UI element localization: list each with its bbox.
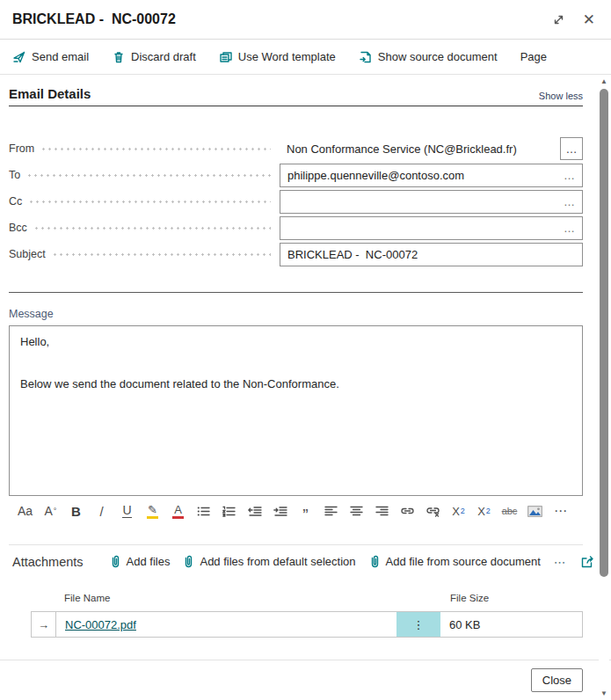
email-details-title: Email Details bbox=[9, 86, 91, 101]
attachment-table-row: → NC-00072.pdf ⋮ 60 KB bbox=[31, 611, 583, 638]
dotted-leader bbox=[26, 174, 271, 177]
show-source-document-button[interactable]: Show source document bbox=[359, 50, 498, 64]
scrollbar-thumb[interactable] bbox=[600, 89, 608, 577]
from-field-row: From Non Conformance Service (NC@Brickle… bbox=[9, 135, 583, 162]
superscript-icon[interactable]: X2 bbox=[446, 499, 471, 523]
decrease-indent-icon[interactable] bbox=[242, 499, 267, 523]
subscript-icon[interactable]: X2 bbox=[471, 499, 497, 523]
message-line-2: Below we send the document related to th… bbox=[20, 377, 571, 390]
use-word-template-button[interactable]: Use Word template bbox=[219, 50, 336, 64]
font-size-icon[interactable]: A° bbox=[38, 499, 63, 523]
row-select-arrow[interactable]: → bbox=[32, 612, 56, 637]
attachments-more-button[interactable]: ⋯ bbox=[554, 555, 567, 569]
dialog-titlebar: BRICKLEAD - NC-00072 ✕ bbox=[0, 0, 611, 40]
strikethrough-icon[interactable]: abc bbox=[497, 499, 522, 523]
attachment-file-link[interactable]: NC-00072.pdf bbox=[65, 618, 136, 631]
command-bar: Send email Discard draft Use Word templa… bbox=[0, 40, 611, 75]
format-toolbar: Aa A° B / U ✎ A bbox=[9, 499, 583, 523]
send-email-label: Send email bbox=[32, 50, 89, 63]
close-x-glyph: ✕ bbox=[583, 12, 595, 27]
email-fields: From Non Conformance Service (NC@Brickle… bbox=[9, 135, 583, 267]
row-options-button[interactable]: ⋮ bbox=[396, 612, 440, 637]
scroll-down-icon[interactable]: ▼ bbox=[599, 689, 609, 697]
word-template-icon bbox=[219, 50, 233, 64]
discard-draft-button[interactable]: Discard draft bbox=[112, 50, 196, 64]
bcc-label: Bcc bbox=[9, 222, 33, 234]
show-less-link[interactable]: Show less bbox=[539, 91, 583, 101]
align-left-icon[interactable] bbox=[318, 499, 344, 523]
paperclip-icon bbox=[110, 555, 121, 568]
dotted-leader bbox=[40, 148, 271, 150]
send-email-icon bbox=[12, 50, 26, 64]
blockquote-icon[interactable]: ” bbox=[293, 499, 318, 523]
from-more-button[interactable]: … bbox=[560, 137, 583, 160]
attachments-title: Attachments bbox=[12, 555, 84, 569]
to-more-button[interactable]: … bbox=[564, 169, 575, 182]
cc-more-button[interactable]: … bbox=[564, 195, 575, 208]
close-dialog-icon[interactable]: ✕ bbox=[583, 12, 595, 27]
insert-image-icon[interactable] bbox=[522, 499, 548, 523]
dotted-leader bbox=[52, 253, 271, 256]
increase-indent-icon[interactable] bbox=[267, 499, 293, 523]
paperclip-icon bbox=[183, 555, 194, 568]
cc-input[interactable]: … bbox=[280, 190, 583, 214]
cc-label: Cc bbox=[9, 195, 28, 208]
add-file-source-document-button[interactable]: Add file from source document bbox=[369, 555, 541, 568]
to-input[interactable]: philippe.quenneville@contoso.com … bbox=[280, 164, 583, 187]
italic-icon[interactable]: / bbox=[89, 499, 114, 523]
email-details-header: Email Details Show less bbox=[9, 86, 583, 106]
file-name-cell: NC-00072.pdf bbox=[56, 612, 396, 637]
expand-dialog-icon[interactable] bbox=[552, 13, 565, 26]
format-more-icon[interactable]: ⋯ bbox=[548, 499, 573, 523]
scroll-up-icon[interactable]: ▲ bbox=[599, 77, 609, 85]
to-value: philippe.quenneville@contoso.com bbox=[287, 169, 464, 182]
add-files-button[interactable]: Add files bbox=[110, 555, 171, 568]
dialog-title: BRICKLEAD - NC-00072 bbox=[12, 11, 176, 27]
source-document-icon bbox=[359, 50, 373, 64]
page-menu-label: Page bbox=[520, 50, 547, 63]
underline-icon[interactable]: U bbox=[114, 499, 140, 523]
subject-field-row: Subject BRICKLEAD - NC-00072 bbox=[9, 241, 583, 267]
align-center-icon[interactable] bbox=[344, 499, 369, 523]
add-files-default-selection-button[interactable]: Add files from default selection bbox=[183, 555, 355, 568]
expand-arrows-glyph bbox=[552, 13, 565, 26]
bold-icon[interactable]: B bbox=[63, 499, 89, 523]
file-size-cell: 60 KB bbox=[440, 612, 582, 637]
attachments-table-header: File Name File Size bbox=[9, 593, 583, 603]
font-family-icon[interactable]: Aa bbox=[12, 499, 38, 523]
section-divider bbox=[9, 292, 583, 293]
attachments-bar: Attachments Add files Add files from def… bbox=[9, 545, 583, 578]
dotted-leader bbox=[28, 201, 271, 203]
file-name-column-header[interactable]: File Name bbox=[55, 593, 397, 603]
file-size-column-header[interactable]: File Size bbox=[441, 593, 583, 603]
show-source-document-label: Show source document bbox=[378, 50, 498, 63]
subject-input[interactable]: BRICKLEAD - NC-00072 bbox=[280, 243, 583, 266]
message-label: Message bbox=[9, 308, 583, 320]
trash-icon bbox=[112, 50, 126, 64]
highlight-icon[interactable]: ✎ bbox=[140, 499, 165, 523]
discard-draft-label: Discard draft bbox=[131, 50, 196, 63]
vertical-scrollbar[interactable]: ▲ ▼ bbox=[599, 77, 609, 700]
numbered-list-icon[interactable] bbox=[216, 499, 242, 523]
message-line-1: Hello, bbox=[20, 335, 571, 348]
align-right-icon[interactable] bbox=[369, 499, 395, 523]
dotted-leader bbox=[33, 227, 271, 230]
cc-field-row: Cc … bbox=[9, 188, 583, 215]
message-editor[interactable]: Hello, Below we send the document relate… bbox=[9, 325, 583, 496]
font-color-icon[interactable]: A bbox=[165, 499, 191, 523]
remove-link-icon[interactable] bbox=[420, 499, 446, 523]
bcc-input[interactable]: … bbox=[280, 216, 583, 240]
send-email-button[interactable]: Send email bbox=[12, 50, 89, 64]
bcc-field-row: Bcc … bbox=[9, 215, 583, 241]
bcc-more-button[interactable]: … bbox=[564, 222, 575, 235]
email-dialog-window: BRICKLEAD - NC-00072 ✕ Send email bbox=[0, 0, 611, 700]
insert-link-icon[interactable] bbox=[395, 499, 420, 523]
page-menu-button[interactable]: Page bbox=[520, 50, 547, 63]
subject-value: BRICKLEAD - NC-00072 bbox=[287, 248, 418, 261]
use-word-template-label: Use Word template bbox=[238, 50, 336, 63]
close-button[interactable]: Close bbox=[531, 668, 583, 692]
to-label: To bbox=[9, 169, 26, 181]
bullet-list-icon[interactable] bbox=[191, 499, 216, 523]
share-icon[interactable] bbox=[580, 555, 595, 569]
dialog-footer: Close bbox=[0, 660, 611, 700]
